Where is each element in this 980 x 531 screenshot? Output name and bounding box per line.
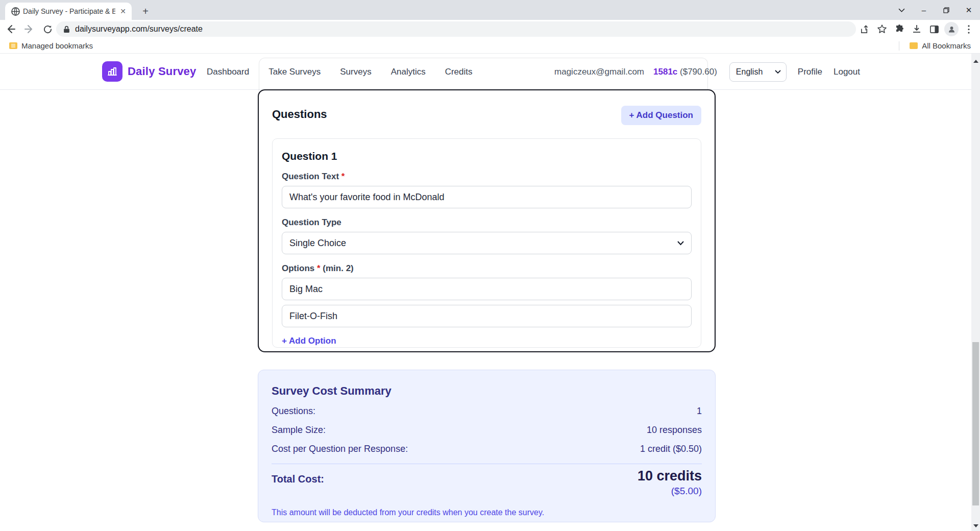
language-select[interactable]: English [729, 62, 787, 82]
bar-chart-logo-icon [102, 61, 122, 82]
total-cost-credits: 10 credits [638, 468, 702, 484]
bookmarks-divider [899, 41, 899, 51]
extensions-icon[interactable] [892, 22, 906, 36]
side-panel-icon[interactable] [927, 22, 941, 36]
credit-amount: 1581c [653, 67, 677, 77]
brand-name: Daily Survey [128, 65, 196, 78]
total-cost-label: Total Cost: [272, 468, 324, 497]
nav-dashboard[interactable]: Dashboard [207, 67, 249, 77]
scrollbar-up-arrow[interactable] [971, 57, 980, 65]
forward-button[interactable] [21, 21, 37, 37]
page-content: Daily Survey Dashboard Take Surveys Surv… [0, 54, 971, 531]
brand[interactable]: Daily Survey [102, 61, 196, 82]
all-bookmarks-folder-icon [910, 42, 918, 49]
browser-toolbar: dailysurveyapp.com/surveys/create [0, 20, 980, 38]
questions-title: Questions [272, 106, 327, 121]
reload-button[interactable] [40, 21, 55, 37]
downloads-icon[interactable] [910, 22, 924, 36]
window-controls: – ✕ [890, 0, 980, 20]
row-value: 1 [697, 406, 702, 417]
options-min-hint: (min. 2) [323, 263, 353, 273]
summary-row-sample-size: Sample Size: 10 responses [272, 425, 702, 436]
menu-kebab-icon[interactable] [962, 22, 976, 36]
back-button[interactable] [3, 21, 18, 37]
tab-title: Daily Survey - Participate & Earn [23, 7, 115, 15]
summary-row-cost-per: Cost per Question per Response: 1 credit… [272, 444, 702, 454]
restore-button[interactable] [935, 0, 958, 20]
question-type-select[interactable]: Single Choice [282, 232, 692, 254]
close-window-button[interactable]: ✕ [958, 0, 980, 20]
share-icon[interactable] [857, 22, 872, 36]
credit-usd: ($790.60) [680, 67, 717, 77]
row-label: Questions: [272, 406, 315, 417]
browser-titlebar: Daily Survey - Participate & Earn ✕ + – … [0, 0, 980, 20]
options-label: Options * (min. 2) [282, 263, 692, 274]
language-selected: English [736, 67, 763, 77]
required-asterisk: * [341, 172, 345, 181]
tab-search-chevron-icon[interactable] [890, 0, 913, 20]
deduction-note: This amount will be deducted from your c… [272, 508, 702, 517]
bookmarks-bar: Managed bookmarks All Bookmarks [0, 38, 980, 54]
chevron-down-icon [677, 241, 684, 246]
header-account-area: magiczeux@gmail.com 1581c ($790.60) Engl… [554, 54, 860, 90]
summary-divider [272, 464, 702, 464]
option-2-input[interactable] [282, 305, 692, 327]
required-asterisk: * [317, 263, 321, 273]
row-value: 10 responses [647, 425, 702, 436]
credit-balance: 1581c ($790.60) [653, 67, 717, 77]
logout-link[interactable]: Logout [834, 67, 860, 77]
add-option-link[interactable]: + Add Option [282, 336, 336, 346]
bookmark-star-icon[interactable] [875, 22, 889, 36]
padlock-icon[interactable] [63, 26, 70, 33]
nav-surveys[interactable]: Surveys [340, 67, 371, 77]
profile-link[interactable]: Profile [798, 67, 822, 77]
minimize-button[interactable]: – [913, 0, 935, 20]
nav-take-surveys[interactable]: Take Surveys [268, 67, 321, 77]
app-header: Daily Survey Dashboard Take Surveys Surv… [0, 54, 971, 90]
nav-analytics[interactable]: Analytics [391, 67, 426, 77]
option-1-input[interactable] [282, 278, 692, 300]
add-question-button[interactable]: + Add Question [621, 106, 701, 125]
summary-row-questions: Questions: 1 [272, 406, 702, 417]
total-cost-usd: ($5.00) [638, 486, 702, 497]
main-nav: Dashboard Take Surveys Surveys Analytics… [207, 54, 473, 90]
all-bookmarks[interactable]: All Bookmarks [899, 41, 975, 51]
page-scrollbar[interactable] [971, 54, 980, 531]
scrollbar-down-arrow[interactable] [971, 521, 980, 530]
chevron-down-icon [775, 70, 781, 74]
questions-card: Questions + Add Question Question 1 Ques… [258, 89, 716, 352]
question-type-value: Single Choice [289, 238, 346, 249]
browser-window: Daily Survey - Participate & Earn ✕ + – … [0, 0, 980, 531]
cost-summary-title: Survey Cost Summary [272, 384, 702, 398]
globe-favicon-icon [11, 7, 20, 16]
nav-credits[interactable]: Credits [445, 67, 473, 77]
row-label: Cost per Question per Response: [272, 444, 408, 454]
question-1-title: Question 1 [282, 150, 692, 162]
all-bookmarks-label: All Bookmarks [922, 41, 971, 50]
url-bar[interactable]: dailysurveyapp.com/surveys/create [56, 21, 856, 37]
managed-bookmarks-folder-icon [9, 42, 17, 49]
cost-summary-card: Survey Cost Summary Questions: 1 Sample … [258, 370, 716, 522]
question-type-label: Question Type [282, 218, 692, 228]
new-tab-button[interactable]: + [139, 5, 152, 18]
tab-close-icon[interactable]: ✕ [118, 7, 128, 16]
url-text[interactable]: dailysurveyapp.com/surveys/create [75, 25, 203, 34]
row-value: 1 credit ($0.50) [640, 444, 702, 454]
summary-total-row: Total Cost: 10 credits ($5.00) [272, 468, 702, 497]
row-label: Sample Size: [272, 425, 326, 436]
scrollbar-thumb[interactable] [972, 342, 979, 505]
user-email: magiczeux@gmail.com [554, 67, 644, 77]
question-text-input[interactable] [282, 186, 692, 208]
managed-bookmarks[interactable]: Managed bookmarks [5, 41, 97, 50]
browser-tab[interactable]: Daily Survey - Participate & Earn ✕ [5, 3, 132, 20]
question-text-label: Question Text * [282, 172, 692, 182]
profile-avatar-icon[interactable] [944, 22, 959, 36]
toolbar-actions [857, 20, 976, 38]
question-1-box: Question 1 Question Text * Question Type… [272, 138, 701, 348]
managed-bookmarks-label: Managed bookmarks [21, 41, 93, 50]
